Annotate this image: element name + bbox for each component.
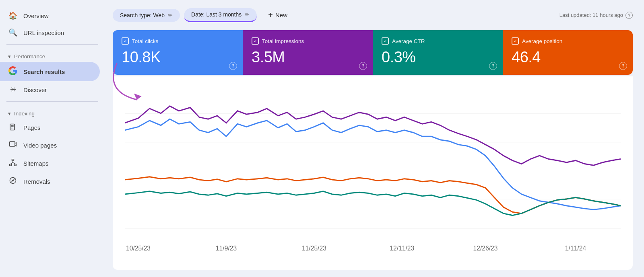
svg-text:11/25/23: 11/25/23 — [302, 244, 326, 252]
sidebar-item-search-results[interactable]: Search results — [0, 62, 100, 81]
indexing-section-header[interactable]: ▾ Indexing — [0, 105, 105, 119]
sidebar-item-url-inspection-label: URL inspection — [23, 29, 64, 36]
impressions-header: ✓ Total impressions — [252, 37, 364, 45]
divider-2 — [6, 101, 98, 102]
new-button[interactable]: + New — [261, 7, 295, 23]
clicks-value: 10.8K — [122, 49, 234, 66]
sidebar-item-search-results-label: Search results — [23, 68, 65, 75]
svg-rect-7 — [14, 164, 16, 166]
svg-rect-0 — [10, 124, 14, 130]
clicks-header: ✓ Total clicks — [122, 37, 234, 45]
sidebar-item-url-inspection[interactable]: 🔍 URL inspection — [0, 24, 100, 41]
search-type-edit-icon: ✏ — [168, 12, 173, 18]
metric-card-ctr[interactable]: ✓ Average CTR 0.3% ? — [373, 30, 503, 75]
sidebar: 🏠 Overview 🔍 URL inspection ▾ Performanc… — [0, 0, 105, 277]
sitemaps-icon — [8, 158, 18, 168]
collapse-icon: ▾ — [8, 53, 11, 60]
sidebar-item-overview-label: Overview — [23, 12, 49, 19]
search-type-label: Search type: Web — [120, 12, 165, 18]
ctr-check-icon: ✓ — [382, 37, 389, 45]
home-icon: 🏠 — [8, 11, 18, 20]
chart-area: 10/25/23 11/9/23 11/25/23 12/11/23 12/26… — [113, 76, 633, 270]
last-updated: Last updated: 11 hours ago ? — [559, 12, 633, 19]
last-updated-text: Last updated: 11 hours ago — [559, 12, 623, 18]
svg-text:12/26/23: 12/26/23 — [473, 244, 497, 252]
metric-card-clicks[interactable]: ✓ Total clicks 10.8K ? — [113, 30, 243, 75]
indexing-collapse-icon: ▾ — [8, 111, 11, 117]
sidebar-item-video-pages[interactable]: Video pages — [0, 136, 100, 154]
impressions-label: Total impressions — [262, 38, 304, 44]
sidebar-item-discover-label: Discover — [23, 86, 47, 93]
sidebar-item-discover[interactable]: ✳ Discover — [0, 81, 100, 98]
indexing-section-label: Indexing — [14, 111, 35, 117]
svg-text:1/11/24: 1/11/24 — [565, 244, 586, 252]
metric-card-impressions[interactable]: ✓ Total impressions 3.5M ? — [243, 30, 373, 75]
sidebar-item-pages-label: Pages — [23, 124, 41, 131]
plus-icon: + — [268, 10, 273, 20]
date-label: Date: Last 3 months — [191, 11, 242, 18]
sidebar-item-sitemaps-label: Sitemaps — [23, 160, 49, 167]
sidebar-item-removals[interactable]: Removals — [0, 172, 100, 191]
new-label: New — [275, 12, 287, 18]
removals-icon — [8, 176, 18, 187]
video-pages-icon — [8, 140, 18, 150]
svg-rect-5 — [12, 159, 14, 161]
svg-rect-4 — [10, 142, 15, 146]
position-help-icon[interactable]: ? — [619, 62, 627, 70]
svg-rect-6 — [10, 164, 12, 166]
impressions-help-icon[interactable]: ? — [359, 62, 367, 70]
svg-text:10/25/23: 10/25/23 — [126, 244, 151, 252]
svg-text:12/11/23: 12/11/23 — [390, 244, 414, 252]
date-filter[interactable]: Date: Last 3 months ✏ — [184, 8, 257, 22]
discover-icon: ✳ — [8, 85, 18, 94]
sidebar-item-video-pages-label: Video pages — [23, 142, 57, 149]
clicks-label: Total clicks — [132, 38, 158, 44]
position-check-icon: ✓ — [512, 37, 519, 45]
ctr-label: Average CTR — [392, 38, 425, 44]
sidebar-item-sitemaps[interactable]: Sitemaps — [0, 154, 100, 172]
svg-line-9 — [10, 162, 13, 164]
ctr-header: ✓ Average CTR — [382, 37, 494, 45]
performance-chart: 10/25/23 11/9/23 11/25/23 12/11/23 12/26… — [125, 84, 621, 258]
main-content: Search type: Web ✏ Date: Last 3 months ✏… — [105, 0, 644, 277]
impressions-value: 3.5M — [252, 49, 364, 66]
search-icon: 🔍 — [8, 28, 18, 37]
ctr-help-icon[interactable]: ? — [489, 62, 497, 70]
clicks-help-icon[interactable]: ? — [229, 62, 237, 70]
performance-section-header[interactable]: ▾ Performance — [0, 48, 105, 62]
svg-line-10 — [13, 162, 15, 164]
impressions-check-icon: ✓ — [252, 37, 259, 45]
last-updated-info-icon[interactable]: ? — [625, 12, 633, 19]
divider-1 — [6, 44, 98, 45]
position-value: 46.4 — [512, 49, 624, 66]
google-g-icon — [8, 66, 18, 77]
sidebar-item-pages[interactable]: Pages — [0, 119, 100, 136]
sidebar-item-overview[interactable]: 🏠 Overview — [0, 7, 100, 24]
svg-text:11/9/23: 11/9/23 — [216, 244, 237, 252]
sidebar-item-removals-label: Removals — [23, 178, 50, 185]
search-type-filter[interactable]: Search type: Web ✏ — [113, 9, 180, 22]
position-label: Average position — [522, 38, 562, 44]
toolbar: Search type: Web ✏ Date: Last 3 months ✏… — [113, 7, 633, 23]
metric-card-position[interactable]: ✓ Average position 46.4 ? — [503, 30, 633, 75]
pages-icon — [8, 123, 18, 132]
ctr-value: 0.3% — [382, 49, 494, 66]
clicks-check-icon: ✓ — [122, 37, 129, 45]
performance-section-label: Performance — [14, 53, 45, 60]
position-header: ✓ Average position — [512, 37, 624, 45]
date-edit-icon: ✏ — [245, 11, 250, 18]
metric-cards: ✓ Total clicks 10.8K ? ✓ Total impressio… — [113, 30, 633, 75]
